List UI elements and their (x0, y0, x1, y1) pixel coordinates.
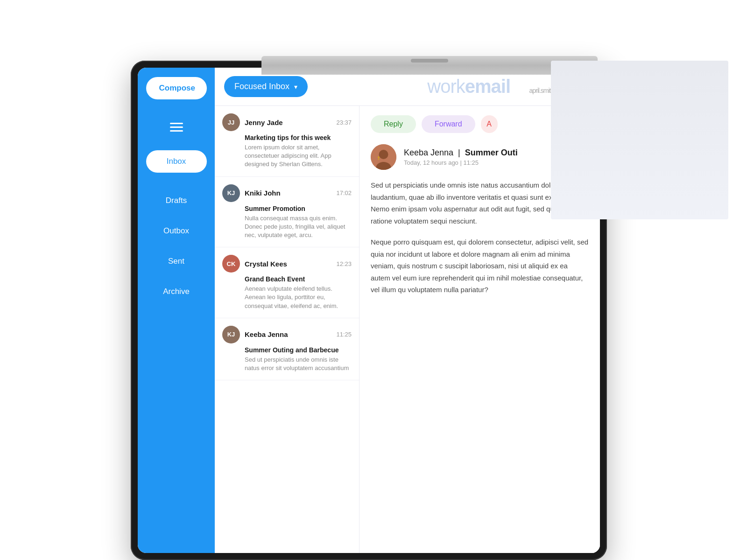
laptop-screen (551, 61, 728, 219)
email-time: 23:37 (336, 119, 352, 126)
sidebar-item-sent[interactable]: Sent (146, 257, 207, 266)
sender-name: Crystal Kees (245, 260, 336, 268)
sender-name: Kniki John (245, 189, 336, 197)
email-list: JJ Jenny Jade 23:37 Marketing tips for t… (215, 106, 359, 553)
email-preview: Nulla consequat massa quis enim. Donec p… (222, 214, 352, 240)
email-subject-detail: Summer Outi (465, 148, 518, 157)
avatar: KJ (222, 326, 240, 343)
laptop-screen-inner (551, 61, 728, 79)
chevron-down-icon: ▾ (294, 83, 297, 91)
hamburger-line-3 (170, 130, 183, 132)
email-preview: Aenean vulputate eleifend tellus. Aenean… (222, 285, 352, 310)
forward-button[interactable]: Forward (422, 115, 475, 133)
avatar-illustration (371, 144, 396, 170)
laptop-camera (411, 59, 448, 63)
archive-button[interactable]: A (481, 115, 498, 133)
email-preview: Lorem ipsum dolor sit amet, consectetuer… (222, 143, 352, 169)
avatar: JJ (222, 113, 240, 131)
svg-point-1 (379, 150, 388, 159)
main-content: Focused Inbox ▾ workemail april.smith@sa… (215, 68, 600, 553)
email-header-row: JJ Jenny Jade 23:37 (222, 113, 352, 131)
email-list-item[interactable]: JJ Jenny Jade 23:37 Marketing tips for t… (215, 106, 359, 177)
email-subject: Marketing tips for this week (222, 134, 352, 141)
laptop-edge (261, 56, 598, 75)
avatar: KJ (222, 184, 240, 202)
email-list-container: JJ Jenny Jade 23:37 Marketing tips for t… (215, 106, 359, 380)
email-header-row: KJ Keeba Jenna 11:25 (222, 326, 352, 343)
email-body-p2: Neque porro quisquam est, qui dolorem co… (371, 236, 589, 296)
email-time: 11:25 (336, 331, 352, 338)
brand-light: work (427, 76, 465, 97)
inbox-button[interactable]: Inbox (146, 150, 207, 173)
email-header-row: CK Crystal Kees 12:23 (222, 255, 352, 273)
sidebar-item-outbox[interactable]: Outbox (146, 226, 207, 236)
email-time: 17:02 (336, 189, 352, 196)
avatar: CK (222, 255, 240, 273)
sidebar-item-archive[interactable]: Archive (146, 287, 207, 296)
email-list-item[interactable]: KJ Keeba Jenna 11:25 Summer Outing and B… (215, 318, 359, 380)
content-split: JJ Jenny Jade 23:37 Marketing tips for t… (215, 106, 600, 553)
hamburger-line-2 (170, 126, 183, 128)
email-list-item[interactable]: CK Crystal Kees 12:23 Grand Beach Event … (215, 247, 359, 318)
reply-button[interactable]: Reply (371, 115, 416, 133)
email-preview: Sed ut perspiciatis unde omnis iste natu… (222, 356, 352, 372)
sender-name: Keeba Jenna (404, 148, 453, 157)
email-time: 12:23 (336, 260, 352, 267)
sidebar: Compose Inbox Drafts Outbox Sent Archive (138, 68, 215, 553)
email-list-item[interactable]: KJ Kniki John 17:02 Summer Promotion Nul… (215, 177, 359, 248)
email-subject: Summer Outing and Barbecue (222, 346, 352, 354)
hamburger-line-1 (170, 123, 183, 124)
brand-bold: email (465, 76, 510, 97)
compose-button[interactable]: Compose (146, 77, 207, 99)
sender-name: Jenny Jade (245, 119, 336, 126)
svg-point-3 (378, 156, 380, 158)
sidebar-item-drafts[interactable]: Drafts (146, 196, 207, 205)
sender-name: Keeba Jenna (245, 330, 336, 338)
email-header-row: KJ Kniki John 17:02 (222, 184, 352, 202)
sender-avatar (371, 144, 396, 170)
tablet-frame: Compose Inbox Drafts Outbox Sent Archive… (131, 61, 607, 560)
svg-point-4 (378, 159, 380, 160)
email-subject: Grand Beach Event (222, 275, 352, 283)
email-subject: Summer Promotion (222, 205, 352, 212)
screen: Compose Inbox Drafts Outbox Sent Archive… (138, 68, 600, 553)
focused-inbox-button[interactable]: Focused Inbox ▾ (224, 76, 308, 97)
hamburger-menu-icon[interactable] (170, 123, 183, 132)
focused-inbox-label: Focused Inbox (234, 82, 289, 91)
